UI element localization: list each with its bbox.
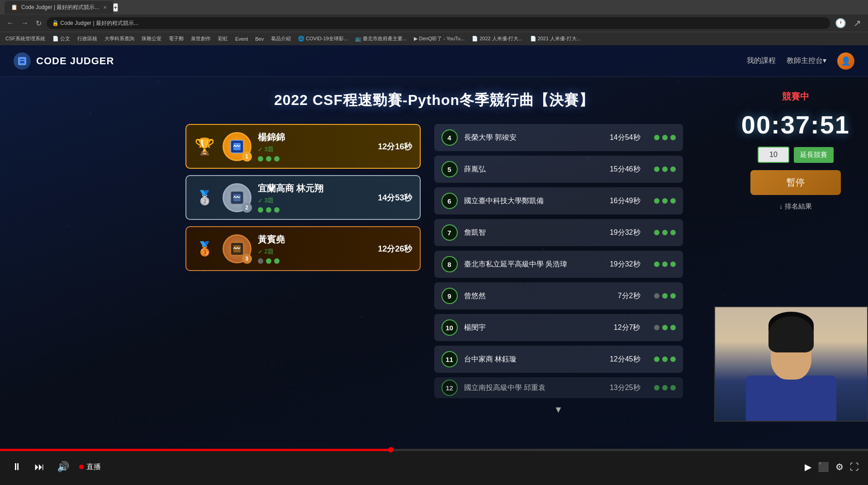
bookmark-univ[interactable]: 大學科系查詢 bbox=[103, 34, 136, 43]
dot bbox=[654, 325, 659, 330]
ranking-name-5: 薛胤弘 bbox=[464, 165, 603, 174]
dot bbox=[662, 135, 668, 140]
skip-next-button[interactable]: ⏭ bbox=[32, 458, 47, 475]
browser-chrome: 📋 Code Judger | 最好的程式競示... ✕ + ← → ↻ 🔒 C… bbox=[0, 0, 868, 32]
dot bbox=[662, 262, 668, 267]
ranking-time-12: 13分25秒 bbox=[610, 383, 640, 393]
podium-item-1: 🏆 1 楊錦錦 ✓ 3題 bbox=[185, 124, 421, 169]
add-tab-button[interactable]: + bbox=[113, 3, 119, 12]
rank-circle-12: 12 bbox=[441, 380, 458, 396]
reload-btn[interactable]: ↻ bbox=[33, 18, 44, 29]
dot bbox=[654, 135, 659, 140]
ranking-item-10: 10 楊閔宇 12分7秒 bbox=[434, 314, 683, 341]
svg-rect-5 bbox=[233, 194, 241, 201]
bookmark-bev[interactable]: Bev bbox=[253, 35, 266, 43]
rank-avatar-2: 2 bbox=[223, 183, 251, 212]
podium-dots-2 bbox=[258, 207, 372, 213]
back-btn[interactable]: ← bbox=[5, 18, 16, 28]
avatar[interactable]: 👤 bbox=[837, 52, 854, 70]
ranking-dots-6 bbox=[654, 198, 676, 204]
content-area: 🏆 1 楊錦錦 ✓ 3題 bbox=[185, 124, 683, 415]
dot bbox=[670, 293, 676, 299]
ranking-name-4: 長榮大學 郭竣安 bbox=[464, 133, 603, 143]
progress-bar-container[interactable] bbox=[0, 449, 868, 451]
dot bbox=[662, 385, 668, 390]
ranking-dots-8 bbox=[654, 262, 676, 267]
dot bbox=[654, 385, 659, 390]
podium-item-2: 🥈 2 宜蘭高商 林元翔 ✓ 3題 bbox=[185, 175, 421, 220]
browser-tab[interactable]: 📋 Code Judger | 最好的程式競示... ✕ bbox=[5, 1, 113, 14]
subtitles-button[interactable]: ⬛ bbox=[818, 461, 829, 472]
bookmark-denq[interactable]: ▶ DenQ听了 - YouTu... bbox=[412, 34, 466, 43]
play-button-right[interactable]: ▶ bbox=[805, 461, 811, 472]
dot bbox=[266, 156, 271, 162]
bookmark-covid[interactable]: 🌐 COVID-19全球影... bbox=[296, 34, 350, 43]
dot bbox=[670, 262, 676, 267]
dot bbox=[670, 166, 676, 172]
podium-solved-1: ✓ 3題 bbox=[258, 145, 372, 153]
bookmark-misc[interactable]: 珠雜公室 bbox=[140, 34, 163, 43]
ranking-name-7: 詹凱智 bbox=[464, 228, 603, 238]
fullscreen-button[interactable]: ⛶ bbox=[850, 462, 859, 472]
rank-circle-7: 7 bbox=[441, 224, 458, 241]
dot bbox=[274, 207, 280, 213]
share-icon[interactable]: ↗ bbox=[851, 17, 863, 29]
bookmark-admin[interactable]: 行政區核 bbox=[76, 34, 99, 43]
svg-rect-7 bbox=[233, 245, 241, 252]
forward-btn[interactable]: → bbox=[19, 18, 31, 28]
settings-button[interactable]: ⚙ bbox=[835, 461, 844, 472]
rank-circle-8: 8 bbox=[441, 256, 458, 272]
bookmark-creation[interactable]: 泉世創作 bbox=[189, 34, 213, 43]
podium-solved-2: ✓ 3題 bbox=[258, 196, 372, 204]
address-text: 🔒 Code Judger | 最好的程式競示... bbox=[52, 19, 138, 27]
bookmark-csf[interactable]: CSF系統管理系統 bbox=[4, 34, 47, 43]
bookmark-2022[interactable]: 📄 2022 人米優-打大... bbox=[470, 34, 524, 43]
close-tab-btn[interactable]: ✕ bbox=[103, 5, 107, 10]
ranking-name-9: 曾悠然 bbox=[464, 291, 612, 301]
ranking-dots-11 bbox=[654, 357, 676, 362]
bookmark-rainbow[interactable]: 彩虹 bbox=[216, 34, 230, 43]
app-container: CODE JUDGER 我的課程 教師主控台▾ 👤 2022 CSF程速勁賽-P… bbox=[0, 45, 868, 467]
scroll-down-indicator: ▼ bbox=[434, 404, 683, 415]
bookmark-intro[interactable]: 葛品介紹 bbox=[269, 34, 293, 43]
teacher-panel-link[interactable]: 教師主控台▾ bbox=[787, 56, 826, 66]
dot bbox=[654, 230, 659, 235]
bookmark-2021[interactable]: 📄 2021 人米優-打大... bbox=[528, 34, 583, 43]
bookmark-document[interactable]: 📄 公文 bbox=[51, 34, 72, 43]
rank-circle-6: 6 bbox=[441, 193, 458, 209]
podium-info-2: 宜蘭高商 林元翔 ✓ 3題 bbox=[258, 182, 372, 213]
ranking-time-6: 16分49秒 bbox=[610, 196, 640, 206]
live-dot bbox=[79, 465, 84, 469]
bookmark-taipei[interactable]: 📺 臺北市政府產主要... bbox=[353, 34, 408, 43]
ranking-name-10: 楊閔宇 bbox=[464, 323, 607, 333]
dot bbox=[274, 156, 280, 162]
ranking-dots-9 bbox=[654, 293, 676, 299]
address-bar[interactable]: 🔒 Code Judger | 最好的程式競示... bbox=[47, 17, 830, 29]
rank-circle-10: 10 bbox=[441, 319, 458, 336]
bookmark-email[interactable]: 電子郵 bbox=[167, 34, 185, 43]
dot bbox=[258, 156, 263, 162]
header-nav: 我的課程 教師主控台▾ 👤 bbox=[747, 52, 854, 70]
dot bbox=[266, 258, 271, 264]
my-course-link[interactable]: 我的課程 bbox=[747, 56, 776, 66]
logo: CODE JUDGER bbox=[14, 52, 114, 70]
play-pause-button[interactable]: ⏸ bbox=[9, 458, 24, 475]
live-label: 直播 bbox=[86, 462, 101, 472]
svg-rect-3 bbox=[233, 143, 241, 150]
logo-text: CODE JUDGER bbox=[36, 55, 114, 67]
volume-button[interactable]: 🔊 bbox=[54, 458, 72, 475]
dot bbox=[258, 258, 263, 264]
trophy-1: 🏆 bbox=[194, 137, 216, 156]
podium-solved-3: ✓ 2題 bbox=[258, 247, 372, 256]
ranking-time-10: 12分7秒 bbox=[614, 323, 640, 333]
dot bbox=[670, 385, 676, 390]
podium-name-1: 楊錦錦 bbox=[258, 131, 372, 143]
dot bbox=[670, 325, 676, 330]
ranking-item-12: 12 國立南投高級中學 邱重袁 13分25秒 bbox=[434, 377, 683, 398]
ranking-name-11: 台中家商 林鈺璇 bbox=[464, 355, 603, 364]
dot bbox=[662, 325, 668, 330]
ranking-time-7: 19分32秒 bbox=[610, 228, 640, 238]
bookmark-event[interactable]: Event bbox=[233, 35, 250, 43]
ranking-dots-7 bbox=[654, 230, 676, 235]
history-icon[interactable]: 🕐 bbox=[833, 17, 849, 29]
